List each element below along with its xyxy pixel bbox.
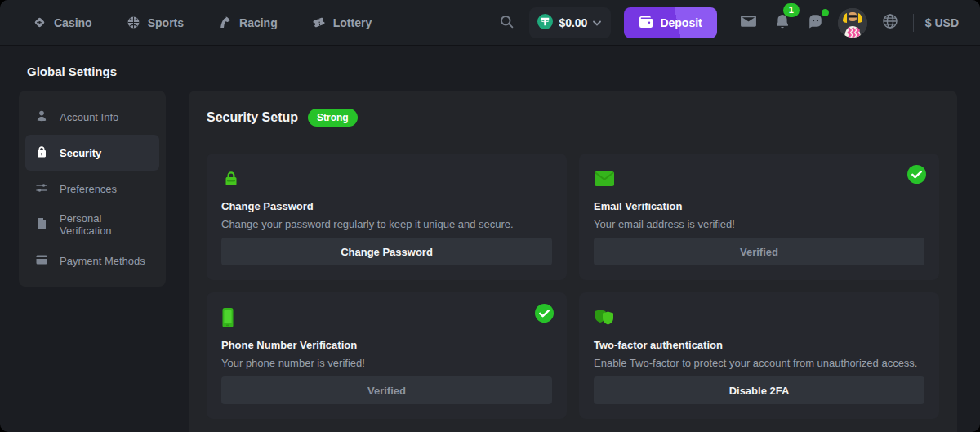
chevron-down-icon bbox=[593, 16, 601, 29]
ticket-icon bbox=[312, 16, 326, 29]
nav-label: Sports bbox=[148, 16, 184, 29]
mail-icon bbox=[740, 15, 757, 30]
padlock-green-icon bbox=[221, 168, 552, 189]
two-factor-card: Two-factor authentication Enable Two-fac… bbox=[579, 292, 939, 419]
card-title: Email Verification bbox=[594, 200, 924, 212]
nav-label: Lottery bbox=[333, 16, 372, 29]
notification-count-badge: 1 bbox=[783, 3, 800, 17]
sidebar-item-personal-verification[interactable]: Personal Verification bbox=[25, 207, 159, 243]
main-nav: Casino Sports Racing Lottery bbox=[33, 16, 372, 29]
topbar-divider bbox=[913, 14, 914, 32]
currency-selector[interactable]: $ USD bbox=[925, 16, 959, 29]
globe-icon bbox=[882, 13, 898, 32]
chat-button[interactable] bbox=[804, 11, 826, 34]
lock-icon bbox=[35, 145, 48, 161]
change-password-card: Change Password Change your password reg… bbox=[207, 154, 567, 280]
topbar: Casino Sports Racing Lottery bbox=[0, 0, 980, 45]
phone-verification-card: Phone Number Verification Your phone num… bbox=[207, 292, 567, 419]
search-button[interactable] bbox=[496, 11, 518, 35]
sidebar-item-payment-methods[interactable]: Payment Methods bbox=[25, 243, 159, 278]
balance-amount: $0.00 bbox=[559, 16, 587, 29]
nav-casino[interactable]: Casino bbox=[33, 16, 92, 29]
sidebar-item-label: Preferences bbox=[60, 183, 117, 195]
language-button[interactable] bbox=[879, 10, 902, 35]
chat-icon bbox=[808, 14, 823, 31]
security-strength-badge: Strong bbox=[308, 109, 358, 127]
security-cards-grid: Change Password Change your password reg… bbox=[207, 154, 939, 419]
card-title: Phone Number Verification bbox=[221, 339, 552, 351]
email-verified-button[interactable]: Verified bbox=[594, 238, 924, 265]
change-password-button[interactable]: Change Password bbox=[221, 238, 552, 265]
balance-selector[interactable]: $0.00 bbox=[529, 7, 611, 38]
card-title: Two-factor authentication bbox=[594, 339, 924, 351]
page-title: Global Settings bbox=[27, 65, 957, 78]
user-icon bbox=[35, 109, 48, 125]
search-icon bbox=[499, 14, 514, 32]
nav-label: Casino bbox=[54, 16, 92, 29]
deposit-button[interactable]: Deposit bbox=[624, 7, 716, 38]
email-verification-card: Email Verification Your email address is… bbox=[579, 154, 939, 280]
sidebar-item-security[interactable]: Security bbox=[25, 135, 159, 171]
security-setup-panel: Security Setup Strong Change Password Ch… bbox=[189, 91, 957, 432]
section-title: Security Setup bbox=[207, 110, 298, 125]
credit-card-icon bbox=[35, 253, 48, 269]
disable-2fa-button[interactable]: Disable 2FA bbox=[594, 376, 924, 404]
messages-button[interactable] bbox=[737, 11, 760, 33]
avatar-image bbox=[838, 8, 867, 38]
card-description: Enable Two-factor to protect your accoun… bbox=[594, 357, 924, 369]
user-avatar[interactable] bbox=[838, 8, 867, 38]
nav-label: Racing bbox=[239, 16, 278, 29]
sliders-icon bbox=[35, 181, 48, 197]
card-description: Your email address is verified! bbox=[594, 218, 924, 230]
card-description: Change your password regularly to keep i… bbox=[221, 218, 552, 230]
card-description: Your phone number is verified! bbox=[221, 357, 552, 369]
header-divider bbox=[207, 140, 939, 140]
topbar-right: $0.00 Deposit 1 bbox=[496, 7, 959, 38]
wallet-icon bbox=[639, 16, 653, 30]
nav-lottery[interactable]: Lottery bbox=[312, 16, 372, 29]
phone-verified-button[interactable]: Verified bbox=[221, 376, 552, 404]
chat-online-dot bbox=[822, 9, 829, 16]
dice-icon bbox=[33, 16, 47, 29]
tether-coin-icon bbox=[537, 14, 553, 32]
document-icon bbox=[35, 217, 48, 233]
security-setup-header: Security Setup Strong bbox=[207, 109, 939, 127]
currency-label: $ USD bbox=[925, 16, 959, 29]
nav-sports[interactable]: Sports bbox=[127, 16, 184, 29]
verified-check-icon bbox=[535, 304, 554, 326]
phone-green-icon bbox=[221, 307, 552, 328]
page-content: Global Settings Account Info Security bbox=[0, 45, 980, 432]
settings-sidebar: Account Info Security Preferences bbox=[19, 91, 166, 287]
basketball-icon bbox=[127, 16, 140, 29]
sidebar-item-label: Personal Verification bbox=[60, 212, 149, 237]
sidebar-item-label: Account Info bbox=[60, 111, 118, 123]
deposit-label: Deposit bbox=[660, 16, 702, 29]
sidebar-item-label: Security bbox=[60, 147, 101, 159]
sidebar-item-account-info[interactable]: Account Info bbox=[25, 99, 159, 135]
horse-icon bbox=[218, 16, 232, 29]
sidebar-item-preferences[interactable]: Preferences bbox=[25, 171, 159, 207]
sidebar-item-label: Payment Methods bbox=[60, 255, 145, 267]
notifications-button[interactable]: 1 bbox=[772, 11, 793, 35]
app-window: Casino Sports Racing Lottery bbox=[0, 0, 980, 432]
shields-green-icon bbox=[594, 307, 924, 328]
nav-racing[interactable]: Racing bbox=[218, 16, 278, 29]
card-title: Change Password bbox=[221, 200, 552, 212]
verified-check-icon bbox=[907, 165, 926, 187]
envelope-green-icon bbox=[594, 168, 924, 189]
